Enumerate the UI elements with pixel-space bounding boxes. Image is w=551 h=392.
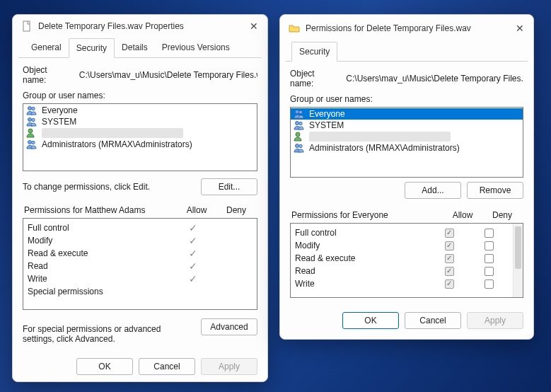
list-item-label (42, 128, 183, 138)
list-item[interactable]: SYSTEM (23, 116, 257, 127)
allow-checkbox[interactable] (445, 229, 454, 238)
check-icon: ✓ (189, 248, 197, 259)
list-item-label: Administrators (MRMAX\Administrators) (309, 143, 460, 153)
dialog-footer: OK Cancel Apply (13, 351, 267, 385)
list-item-label: Administrators (MRMAX\Administrators) (42, 139, 192, 149)
group-icon (26, 105, 37, 115)
list-item[interactable] (291, 131, 523, 142)
deny-checkbox[interactable] (485, 267, 494, 276)
permission-name: Full control (28, 223, 173, 233)
tab-general[interactable]: General (24, 38, 69, 58)
scrollbar[interactable] (513, 224, 523, 297)
user-list[interactable]: EveryoneSYSTEMAdministrators (MRMAX\Admi… (23, 103, 257, 171)
permission-name: Read & execute (28, 248, 173, 258)
close-icon[interactable]: ✕ (515, 23, 525, 33)
list-item[interactable]: Everyone (291, 108, 523, 120)
deny-checkbox[interactable] (485, 241, 494, 250)
check-icon: ✓ (189, 222, 197, 234)
svg-point-9 (299, 110, 302, 113)
permission-row: Read✓ (28, 260, 253, 272)
list-item[interactable]: Administrators (MRMAX\Administrators) (291, 142, 523, 154)
permission-row: Special permissions (28, 285, 253, 298)
group-user-names-label: Group or user names: (23, 91, 257, 100)
window-title: Permissions for Delete Temporary Files.w… (306, 23, 515, 33)
tab-security[interactable]: Security (69, 38, 115, 58)
svg-point-3 (28, 118, 32, 122)
allow-checkbox[interactable] (445, 279, 454, 289)
permission-row: Read & execute (295, 252, 509, 265)
svg-point-6 (28, 141, 32, 144)
file-icon (21, 21, 33, 32)
allow-checkbox[interactable] (445, 241, 454, 250)
cancel-button[interactable]: Cancel (405, 312, 461, 329)
permission-name: Read (295, 266, 429, 276)
permission-name: Read (28, 261, 173, 271)
svg-point-11 (299, 122, 302, 125)
group-icon (294, 143, 305, 153)
permissions-list: Full control✓Modify✓Read & execute✓Read✓… (23, 218, 257, 310)
edit-button[interactable]: Edit... (201, 178, 257, 195)
group-icon (294, 109, 305, 119)
ok-button[interactable]: OK (342, 312, 399, 329)
tab-previous-versions[interactable]: Previous Versions (155, 38, 237, 58)
permission-name: Write (28, 274, 173, 284)
group-icon (294, 120, 305, 130)
svg-point-1 (28, 107, 32, 110)
allow-cell: ✓ (173, 260, 213, 272)
group-icon (26, 139, 37, 149)
window-title: Delete Temporary Files.wav Properties (38, 21, 249, 31)
advanced-settings-text: For special permissions or advanced sett… (23, 324, 178, 344)
list-item-label: SYSTEM (42, 117, 76, 127)
svg-rect-0 (23, 21, 30, 31)
permission-name: Write (295, 279, 429, 289)
allow-cell: ✓ (173, 248, 213, 259)
add-button[interactable]: Add... (405, 182, 461, 199)
list-item-label: Everyone (42, 105, 78, 115)
cancel-button[interactable]: Cancel (139, 358, 195, 375)
allow-header: Allow (443, 210, 482, 220)
list-item-label (309, 132, 451, 142)
ok-button[interactable]: OK (76, 358, 133, 375)
svg-point-2 (32, 107, 35, 110)
permission-row: Write (295, 277, 509, 290)
tab-security[interactable]: Security (291, 42, 337, 62)
allow-checkbox[interactable] (445, 254, 454, 263)
apply-button[interactable]: Apply (201, 358, 257, 375)
list-item-label: SYSTEM (309, 120, 344, 130)
deny-header: Deny (216, 205, 256, 215)
deny-checkbox[interactable] (485, 254, 494, 263)
tab-details[interactable]: Details (115, 38, 155, 58)
permissions-header: Permissions for Matthew Adams Allow Deny (23, 201, 257, 218)
svg-point-10 (296, 122, 299, 125)
remove-button[interactable]: Remove (467, 182, 523, 199)
allow-checkbox[interactable] (445, 267, 454, 276)
titlebar: Delete Temporary Files.wav Properties ✕ (13, 15, 267, 38)
permission-name: Special permissions (28, 287, 173, 296)
deny-checkbox[interactable] (485, 229, 494, 238)
list-item-label: Everyone (309, 109, 345, 119)
permission-row: Modify (295, 239, 509, 252)
list-item[interactable]: Administrators (MRMAX\Administrators) (23, 139, 257, 150)
permission-row: Read (295, 265, 509, 277)
advanced-button[interactable]: Advanced (201, 318, 257, 335)
deny-header: Deny (482, 210, 522, 220)
svg-point-4 (32, 118, 35, 121)
list-item[interactable]: SYSTEM (291, 120, 523, 131)
svg-point-8 (296, 110, 299, 114)
permission-name: Read & execute (295, 253, 429, 263)
deny-checkbox[interactable] (485, 279, 494, 289)
apply-button[interactable]: Apply (467, 312, 523, 329)
group-icon (26, 117, 37, 127)
tabstrip: General Security Details Previous Versio… (18, 38, 262, 58)
permission-row: Full control (295, 226, 509, 239)
permissions-for-label: Permissions for Everyone (291, 210, 443, 220)
list-item[interactable] (23, 127, 257, 139)
svg-point-14 (299, 144, 302, 147)
user-list[interactable]: EveryoneSYSTEMAdministrators (MRMAX\Admi… (290, 107, 523, 178)
permission-row: Write✓ (28, 272, 253, 285)
list-item[interactable]: Everyone (23, 105, 257, 116)
dialog-footer: OK Cancel Apply (280, 305, 533, 339)
permission-row: Full control✓ (28, 221, 253, 234)
object-name-value: C:\Users\mav_u\Music\Delete Temporary Fi… (79, 70, 257, 80)
close-icon[interactable]: ✕ (249, 21, 259, 31)
